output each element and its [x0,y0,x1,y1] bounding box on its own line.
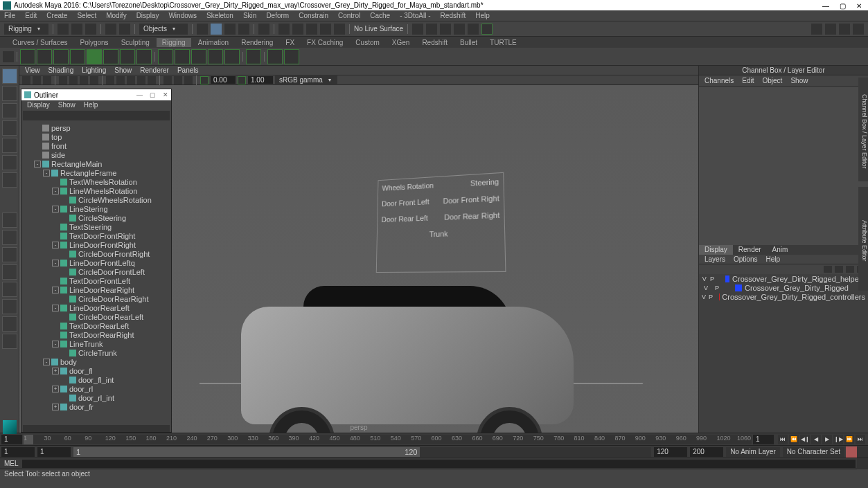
vp-gamma-icon[interactable] [238,76,246,84]
channel-box-side-tab[interactable]: Channel Box / Layer Editor [858,78,868,181]
outliner-node[interactable]: CircleDoorFrontRight [21,249,171,258]
workspace-dropdown[interactable]: Rigging [4,24,48,35]
play-back-button[interactable]: ◀ [811,435,821,444]
outliner-node[interactable]: TextDoorRearRight [21,330,171,339]
show-manip-tool[interactable] [2,172,17,188]
expand-toggle[interactable]: - [34,161,41,168]
timeline-end-field[interactable]: 1 [753,435,774,444]
outliner-scrollbar[interactable] [23,425,170,432]
command-lang-label[interactable]: MEL [0,460,21,467]
outliner-camera-front[interactable]: front [21,141,171,150]
layer-color-swatch[interactable] [719,293,720,300]
step-back-button[interactable]: ◀❙ [800,435,810,444]
menu-display[interactable]: Display [136,12,159,19]
lasso-tool[interactable] [2,86,17,101]
layout-two-h-icon[interactable] [2,264,17,280]
menu-skeleton[interactable]: Skeleton [206,12,233,19]
step-fwd-key-button[interactable]: ⏩ [844,435,854,444]
shelf-item-3[interactable] [53,49,69,64]
menu-dtoall[interactable]: - 3DtoAll - [400,12,430,19]
layer-color-swatch[interactable] [725,275,729,282]
account-icon[interactable] [811,24,822,35]
vp-textured-icon[interactable] [127,76,135,84]
vp-gamma-field[interactable]: 1.00 [248,76,273,84]
vp-menu-panels[interactable]: Panels [177,66,199,74]
layer-row[interactable]: VPCrossover_Grey_Dirty_Rigged_controller… [699,292,868,301]
layer-menu-help[interactable]: Help [765,255,780,263]
shelf-item-8[interactable] [136,49,152,64]
layout-graph-icon[interactable] [2,316,17,332]
shelf-item-14[interactable] [246,49,261,64]
layer-row[interactable]: VPCrossover_Grey_Dirty_Rigged [699,283,868,292]
layer-color-swatch[interactable] [735,284,742,291]
shelf-item-12[interactable] [208,49,223,64]
layer-playback-toggle[interactable]: P [709,293,713,300]
outliner-node[interactable]: CircleTrunk [21,348,171,357]
vp-xray-joint-icon[interactable] [184,76,193,84]
timeline-track[interactable]: 1306090120150180210240270300330360390420… [24,435,752,444]
close-button[interactable]: ✕ [856,2,862,9]
layout-5-icon[interactable] [481,24,493,35]
anim-layer-dropdown[interactable]: No Anim Layer [726,447,780,457]
layer-playback-toggle[interactable]: P [713,284,721,291]
outliner-menu-display[interactable]: Display [27,101,50,109]
outliner-node[interactable]: -RectangleMain [21,159,171,168]
settings-3-icon[interactable] [853,24,864,35]
render-settings-icon[interactable] [306,24,317,35]
shelf-tab-fxcaching[interactable]: FX Caching [301,38,348,47]
outliner-node[interactable]: -LineStering [21,204,171,213]
ipr-render-icon[interactable] [292,24,303,35]
outliner-menu-show[interactable]: Show [58,101,76,109]
redo-icon[interactable] [119,24,130,35]
vp-bookmark-icon[interactable] [33,76,41,84]
vp-image-plane-icon[interactable] [43,76,51,84]
outliner-close-button[interactable]: ✕ [163,91,168,98]
character-set-dropdown[interactable]: No Character Set [783,447,844,457]
shelf-item-5[interactable] [87,49,102,64]
menu-windows[interactable]: Windows [168,12,197,19]
rotate-tool[interactable] [2,120,17,136]
vp-colorspace-dropdown[interactable]: sRGB gamma [275,75,337,86]
vp-xray-icon[interactable] [174,76,182,84]
outliner-node[interactable]: TextDoorRearLeft [21,321,171,330]
shelf-tab-rendering[interactable]: Rendering [236,38,278,47]
settings-1-icon[interactable] [825,24,836,35]
outliner-max-button[interactable]: ▢ [150,91,156,98]
vp-menu-renderer[interactable]: Renderer [140,66,169,74]
outliner-node[interactable]: -LineDoorRearRight [21,285,171,294]
soft-mod-tool[interactable] [2,155,17,170]
shelf-item-9[interactable] [158,49,173,64]
vp-lights-icon[interactable] [137,76,145,84]
vp-menu-shading[interactable]: Shading [48,66,74,74]
go-start-button[interactable]: ⏮ [778,435,788,444]
outliner-node[interactable]: CircleWheelsRotation [21,195,171,204]
layout-two-v-icon[interactable] [2,247,17,262]
outliner-node[interactable]: CircleDoorRearRight [21,294,171,303]
shelf-tab-polygons[interactable]: Polygons [74,38,114,47]
vp-res-gate-icon[interactable] [80,76,88,84]
layer-type-cell[interactable] [716,293,716,300]
outliner-node[interactable]: door_fl_int [21,375,171,384]
prefs-icon[interactable] [857,446,868,458]
vp-camera-icon[interactable] [22,76,30,84]
layout-four-icon[interactable] [2,230,17,245]
layer-playback-toggle[interactable]: P [709,275,714,282]
outliner-titlebar[interactable]: Outliner —▢✕ [21,89,171,100]
go-end-button[interactable]: ⏭ [856,435,865,444]
history-on-icon[interactable] [258,24,269,35]
menu-cache[interactable]: Cache [370,12,390,19]
snap-point-icon[interactable] [224,24,236,35]
vp-expose-icon[interactable] [200,76,209,84]
snap-grid-icon[interactable] [197,24,208,35]
expand-toggle[interactable]: - [43,170,50,177]
auto-key-icon[interactable] [846,446,857,458]
shelf-menu-icon[interactable] [3,51,14,62]
shelf-tab-curvessurfaces[interactable]: Curves / Surfaces [7,38,73,47]
layout-3-icon[interactable] [454,24,465,35]
outliner-min-button[interactable]: — [136,91,143,98]
car-mesh[interactable] [227,286,615,433]
shelf-item-4[interactable] [70,49,85,64]
layout-persp-icon[interactable] [2,282,17,297]
outliner-node[interactable]: +door_rl [21,384,171,393]
light-toggle-icon[interactable] [334,24,345,35]
